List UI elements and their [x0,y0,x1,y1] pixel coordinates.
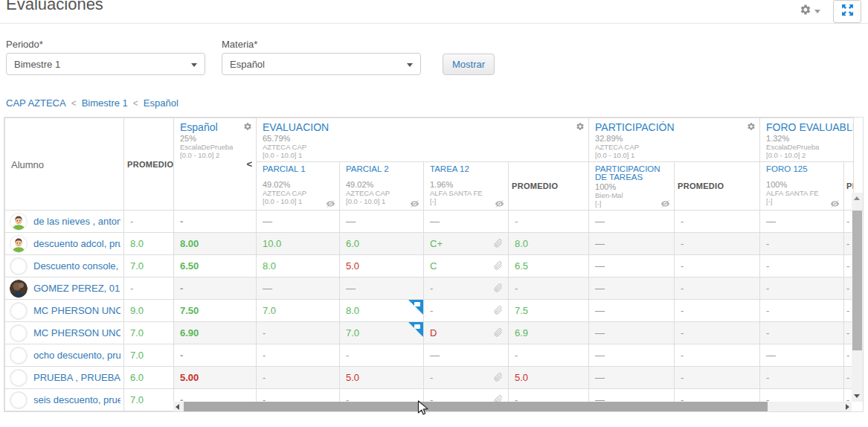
horizontal-scrollbar-thumb[interactable] [184,402,768,411]
student-name-link[interactable]: MC PHERSON UNOi, GRE [33,327,120,338]
grade-cell[interactable]: - [424,277,509,300]
grade-cell[interactable]: — [589,367,675,389]
hide-column-eye-slash-icon[interactable] [410,200,419,208]
student-name-link[interactable]: descuento adcol, prueba [33,238,120,249]
grade-cell[interactable]: 6.50 [174,255,257,277]
participacion-de-tareas-column-link[interactable]: PARTICIPACION DE TAREAS [595,165,668,182]
grade-cell[interactable]: — [760,211,844,233]
grade-cell[interactable]: 5.0 [340,367,424,389]
parcial-1-column-link[interactable]: PARCIAL 1 [263,165,333,173]
breadcrumb-item-group[interactable]: CAP AZTECA [6,97,66,109]
grade-cell[interactable]: - [509,277,589,300]
grade-cell[interactable]: — [589,255,675,277]
grade-cell[interactable]: C [424,255,509,277]
grade-cell[interactable]: — [257,211,340,233]
grade-cell[interactable]: - [760,300,844,322]
student-name-link[interactable]: ocho descuento, prueba [33,350,120,361]
student-name-link[interactable]: PRUEBA , PRUEBA [33,372,120,383]
grade-cell[interactable]: — [340,277,424,300]
grade-cell[interactable]: - [509,211,589,233]
grade-cell[interactable]: — [760,344,844,367]
grade-cell[interactable]: 6.90 [174,322,257,344]
breadcrumb-item-materia[interactable]: Español [144,97,179,109]
student-name-link[interactable]: de las nieves , antonieta [33,216,120,227]
grade-cell[interactable]: 8.0 [509,233,589,255]
hide-column-eye-slash-icon[interactable] [326,200,335,208]
grade-cell[interactable]: 7.0 [340,322,424,344]
grade-cell[interactable]: — [589,277,675,300]
grade-cell[interactable]: — [424,344,509,367]
grade-cell[interactable]: — [257,277,340,300]
grade-cell[interactable]: 8.0 [340,300,424,322]
column-settings-gear-icon[interactable] [243,122,252,131]
espanol-column-link[interactable]: Español [180,121,250,133]
grade-cell[interactable]: 6.5 [509,255,589,277]
grade-cell[interactable]: - [760,322,844,344]
student-name-link[interactable]: MC PHERSON UNOi, ANG [33,305,120,316]
grade-cell[interactable]: - [675,255,760,277]
grade-cell[interactable]: 8.0 [257,255,340,277]
grade-cell[interactable]: - [424,367,509,389]
grade-cell[interactable]: - [509,344,589,367]
paperclip-icon[interactable] [494,306,503,315]
column-settings-gear-icon[interactable] [747,122,756,131]
scroll-left-arrow-icon[interactable] [176,404,179,410]
grade-cell[interactable]: - [675,367,760,389]
grade-cell[interactable]: - [675,322,760,344]
grade-cell[interactable]: - [340,344,424,367]
comment-note-icon[interactable] [408,300,423,315]
grade-cell[interactable]: - [675,233,760,255]
paperclip-icon[interactable] [494,373,503,382]
participacion-group-link[interactable]: PARTICIPACIÓN [595,121,753,133]
grade-cell[interactable]: - [174,211,257,233]
grade-cell[interactable]: — [424,211,509,233]
vertical-scrollbar[interactable] [852,193,863,402]
mostrar-button[interactable]: Mostrar [443,54,495,75]
fullscreen-expand-button[interactable] [833,0,861,23]
student-name-link[interactable]: seis descuento, prueba [33,394,120,405]
scroll-up-arrow-icon[interactable] [854,196,860,200]
grade-cell[interactable]: - [257,322,340,344]
grade-cell[interactable]: — [340,211,424,233]
grade-cell[interactable]: — [589,344,675,367]
grade-cell[interactable]: - [675,211,760,233]
grade-cell[interactable]: — [589,322,675,344]
grade-cell[interactable]: 7.5 [509,300,589,322]
hide-column-eye-slash-icon[interactable] [495,200,504,208]
paperclip-icon[interactable] [494,283,503,292]
grade-cell[interactable]: — [589,233,675,255]
grade-cell[interactable]: 6.9 [509,322,589,344]
comment-note-icon[interactable] [408,322,423,337]
grade-cell[interactable]: 7.0 [257,300,340,322]
grade-cell[interactable]: 7.50 [174,300,257,322]
grade-cell[interactable]: 10.0 [257,233,340,255]
grade-cell[interactable]: - [257,344,340,367]
grade-cell[interactable]: 5.0 [340,255,424,277]
grade-cell[interactable]: C+ [424,233,509,255]
student-name-link[interactable]: Descuento console, Prueba [33,260,120,272]
grade-cell[interactable]: - [760,367,844,389]
evaluacion-group-link[interactable]: EVALUACION [263,121,582,133]
grade-cell[interactable]: - [675,344,760,367]
materia-select[interactable]: Español [222,53,421,75]
grade-cell[interactable]: — [589,300,675,322]
grade-cell[interactable]: - [174,344,257,367]
tarea-12-column-link[interactable]: TAREA 12 [430,165,502,173]
grade-cell[interactable]: - [760,255,844,277]
scroll-down-arrow-icon[interactable] [854,394,860,398]
parcial-2-column-link[interactable]: PARCIAL 2 [346,165,417,173]
grade-cell[interactable]: - [675,300,760,322]
periodo-select[interactable]: Bimestre 1 [6,53,205,75]
grade-cell[interactable]: - [675,277,760,300]
paperclip-icon[interactable] [494,328,503,337]
collapse-chevron-icon[interactable]: < [246,158,252,170]
vertical-scrollbar-thumb[interactable] [852,211,862,350]
grade-cell[interactable]: - [760,233,844,255]
grade-cell[interactable]: - [424,300,509,322]
column-settings-gear-icon[interactable] [576,122,585,131]
grade-cell[interactable]: 5.0 [509,367,589,389]
gear-icon[interactable] [800,4,811,19]
grade-cell[interactable]: - [760,277,844,300]
hide-column-eye-slash-icon[interactable] [830,200,840,208]
grade-cell[interactable]: — [589,211,675,233]
